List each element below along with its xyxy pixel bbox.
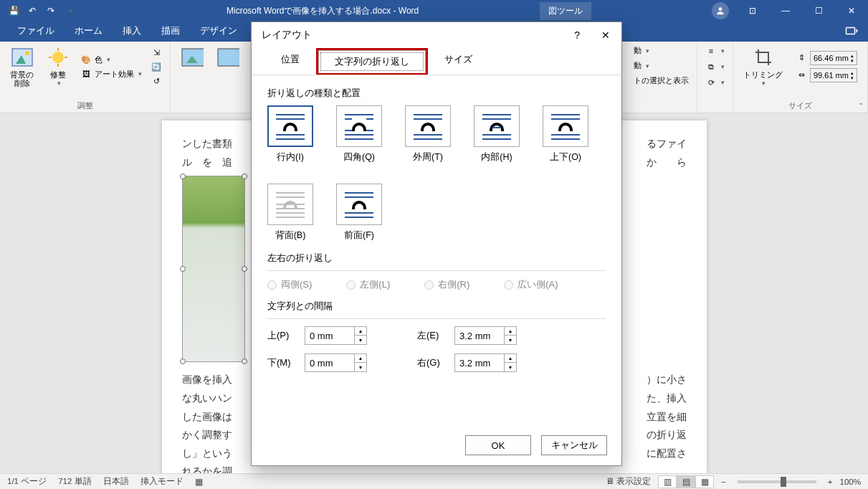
crop-button[interactable]: トリミング ▾	[739, 44, 787, 89]
redo-icon[interactable]: ↷	[43, 3, 59, 19]
change-picture-button[interactable]: 🔄	[148, 60, 164, 73]
status-macro-icon[interactable]: ▦	[195, 477, 203, 487]
margin-top-spinner[interactable]: ▴▾	[305, 326, 367, 345]
crop-label: トリミング	[743, 70, 783, 79]
view-web-layout[interactable]: ▦	[695, 475, 714, 488]
svg-rect-1	[846, 28, 855, 34]
status-word-count[interactable]: 712 単語	[58, 476, 91, 487]
spin-down[interactable]: ▾	[355, 336, 366, 344]
bring-forward-button[interactable]: 動▾	[631, 44, 691, 57]
art-effect-icon: 🖼	[80, 68, 92, 80]
view-mode-buttons: ▥ ▤ ▦	[658, 475, 714, 488]
send-backward-button[interactable]: 動▾	[631, 60, 691, 72]
zoom-level[interactable]: 100%	[840, 478, 861, 486]
dialog-help-button[interactable]: ?	[570, 28, 584, 42]
maximize-button[interactable]: ☐	[802, 0, 835, 22]
spin-up[interactable]: ▴	[505, 327, 516, 336]
corrections-button[interactable]: 修整 ▾	[42, 44, 74, 89]
status-page[interactable]: 1/1 ページ	[7, 476, 47, 487]
dialog-tab-position[interactable]: 位置	[264, 48, 316, 75]
save-icon[interactable]: 💾	[6, 3, 22, 19]
ok-button[interactable]: OK	[465, 435, 531, 455]
height-control[interactable]: ⇕ 66.46 mm▴▾	[796, 51, 857, 65]
wrap-option-through[interactable]: 内部(H)	[474, 105, 520, 163]
picture-style-2[interactable]	[212, 44, 244, 70]
zoom-out-button[interactable]: −	[721, 478, 726, 486]
radio-right-only[interactable]: 右側(R)	[424, 278, 469, 291]
tab-insert[interactable]: 挿入	[113, 21, 151, 42]
dialog-close-button[interactable]: ✕	[597, 28, 614, 42]
tab-draw[interactable]: 描画	[151, 21, 190, 42]
cancel-button[interactable]: キャンセル	[541, 435, 607, 455]
minimize-button[interactable]: —	[769, 0, 802, 22]
view-read-mode[interactable]: ▥	[658, 475, 677, 488]
ribbon-display-options-icon[interactable]: ⊡	[736, 0, 769, 22]
group-button[interactable]: ⧉▾	[703, 60, 727, 73]
tab-home[interactable]: ホーム	[65, 21, 113, 42]
spin-up[interactable]: ▴	[505, 354, 516, 363]
spin-up[interactable]: ▴	[355, 354, 366, 363]
margin-left-input[interactable]	[455, 331, 504, 341]
ribbon-group-arrange2: ≡▾ ⧉▾ ⟳▾	[697, 42, 733, 113]
collapse-ribbon-icon[interactable]: ⌃	[858, 102, 864, 110]
close-button[interactable]: ✕	[835, 0, 868, 22]
tab-design[interactable]: デザイン	[190, 21, 247, 42]
status-language[interactable]: 日本語	[103, 476, 129, 487]
change-picture-icon: 🔄	[151, 61, 162, 72]
selected-image[interactable]	[182, 176, 245, 362]
share-icon[interactable]	[835, 22, 868, 42]
spin-down[interactable]: ▾	[505, 336, 516, 344]
remove-background-label: 背景の 削除	[10, 70, 34, 87]
wrap-option-tight[interactable]: 外周(T)	[405, 105, 451, 163]
qa-customize-icon[interactable]: ▾	[62, 3, 77, 19]
radio-left-only[interactable]: 左側(L)	[346, 278, 390, 291]
picture-style-1[interactable]	[176, 44, 208, 70]
selection-pane-button[interactable]: トの選択と表示	[631, 75, 691, 87]
wrap-style-options: 行内(I) 四角(Q) 外周(T) 内部(H)	[267, 105, 606, 242]
wrap-option-square[interactable]: 四角(Q)	[336, 105, 382, 163]
width-control[interactable]: ⇔ 99.61 mm▴▾	[796, 68, 857, 82]
radio-largest-side[interactable]: 広い側(A)	[504, 278, 558, 291]
svg-point-4	[25, 51, 29, 55]
wrap-option-behind[interactable]: 背面(B)	[267, 184, 313, 242]
spin-down[interactable]: ▾	[355, 363, 366, 371]
rotate-button[interactable]: ⟳▾	[703, 76, 727, 89]
adjust-group-label: 調整	[6, 99, 164, 111]
margin-bottom-spinner[interactable]: ▴▾	[305, 353, 367, 372]
wrap-option-topbottom[interactable]: 上下(O)	[543, 105, 588, 163]
undo-icon[interactable]: ↶	[24, 3, 40, 19]
svg-point-5	[52, 52, 64, 63]
dialog-tab-text-wrapping[interactable]: 文字列の折り返し	[318, 50, 426, 73]
group-icon: ⧉	[705, 61, 717, 72]
dialog-title-bar[interactable]: レイアウト ? ✕	[252, 22, 621, 48]
margin-right-input[interactable]	[455, 358, 504, 369]
remove-background-button[interactable]: 背景の 削除	[6, 44, 38, 89]
view-print-layout[interactable]: ▤	[677, 475, 695, 488]
wrap-option-front[interactable]: 前面(F)	[336, 184, 382, 242]
margin-right-spinner[interactable]: ▴▾	[454, 353, 517, 372]
align-button[interactable]: ≡▾	[703, 44, 727, 57]
art-effect-button[interactable]: 🖼アート効果▾	[78, 67, 144, 80]
color-icon: 🎨	[80, 54, 92, 65]
radio-both-sides[interactable]: 両側(S)	[267, 278, 312, 291]
user-avatar-icon[interactable]	[712, 2, 729, 19]
color-button[interactable]: 🎨色▾	[78, 53, 144, 66]
zoom-slider[interactable]	[738, 480, 816, 483]
contextual-tool-tab[interactable]: 図ツール	[540, 2, 591, 20]
display-settings-button[interactable]: 🖥 表示設定	[606, 476, 651, 487]
tab-file[interactable]: ファイル	[7, 21, 65, 42]
margin-bottom-input[interactable]	[305, 358, 354, 369]
dialog-tab-size[interactable]: サイズ	[428, 48, 489, 75]
spin-down[interactable]: ▾	[505, 363, 516, 371]
reset-picture-button[interactable]: ↺	[148, 75, 164, 87]
margin-top-row: 上(P) ▴▾	[267, 326, 367, 345]
spin-up[interactable]: ▴	[355, 327, 366, 336]
compress-pictures-button[interactable]: ⇲	[148, 46, 164, 59]
status-insert-mode[interactable]: 挿入モード	[140, 476, 183, 487]
height-icon: ⇕	[796, 52, 807, 64]
margin-top-input[interactable]	[305, 331, 354, 341]
margin-left-spinner[interactable]: ▴▾	[454, 326, 517, 345]
wrap-option-inline[interactable]: 行内(I)	[267, 105, 313, 163]
zoom-in-button[interactable]: +	[828, 478, 833, 486]
wrap-through-icon	[474, 105, 520, 147]
